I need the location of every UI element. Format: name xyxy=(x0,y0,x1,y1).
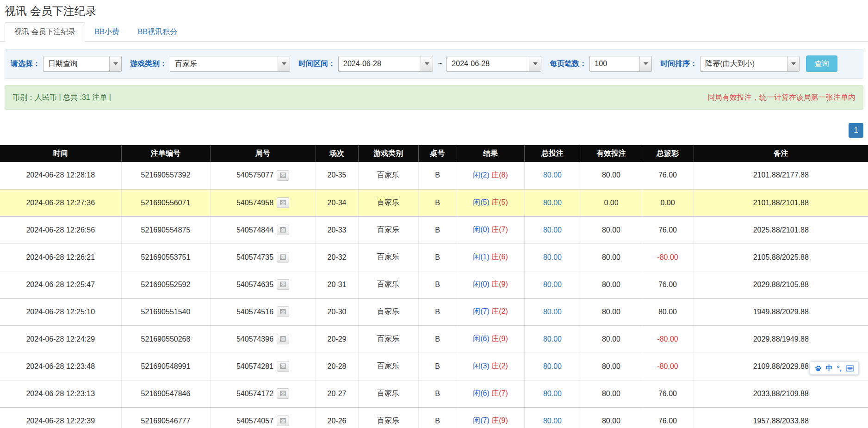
dice-icon[interactable]: ⚄ xyxy=(277,388,289,399)
cell-valid-bet: 80.00 xyxy=(581,298,642,325)
date-range-label: 时间区间： xyxy=(298,59,335,69)
table-row: 2024-06-28 12:26:21521690553751540574735… xyxy=(0,244,868,271)
cell-game-type: 百家乐 xyxy=(358,244,418,271)
col-header-valid-bet: 有效投注 xyxy=(581,145,642,162)
player-result: 闲(0) xyxy=(473,226,490,233)
table-row: 2024-06-28 12:25:47521690552592540574635… xyxy=(0,271,868,298)
page-size-select[interactable]: 100 xyxy=(589,56,652,72)
dice-icon[interactable]: ⚄ xyxy=(277,170,289,181)
payout-value: -80.00 xyxy=(657,362,678,370)
round-id: 540574635 xyxy=(236,281,273,289)
ime-punct-icon[interactable]: °, xyxy=(837,364,842,372)
chevron-down-icon[interactable] xyxy=(109,56,121,71)
total-bet-link[interactable]: 80.00 xyxy=(543,199,562,207)
tab-bb-tips[interactable]: BB小费 xyxy=(85,23,128,41)
banker-result: 庄(2) xyxy=(491,362,508,370)
tab-betting-records[interactable]: 视讯 会员下注纪录 xyxy=(5,22,85,42)
payout-value: 76.00 xyxy=(658,171,677,179)
cell-remark: 2029.88/2105.88 xyxy=(694,271,868,298)
player-result: 闲(2) xyxy=(473,171,490,179)
date-range-separator: ~ xyxy=(436,60,444,68)
cell-payout: 76.00 xyxy=(642,380,694,407)
date-to-value: 2024-06-28 xyxy=(447,56,529,71)
page-button-1[interactable]: 1 xyxy=(849,123,863,138)
cell-total-bet: 80.00 xyxy=(524,407,581,428)
ime-toolbar[interactable]: 中 °, xyxy=(810,361,859,375)
cell-valid-bet: 0.00 xyxy=(581,189,642,216)
cell-session: 20-33 xyxy=(316,216,358,244)
ime-lang-icon[interactable]: 中 xyxy=(826,364,833,373)
banker-result: 庄(7) xyxy=(491,389,508,397)
cell-round: 540574172⚄ xyxy=(210,380,316,407)
cell-payout: -80.00 xyxy=(642,353,694,380)
sort-order-select[interactable]: 降幂(由大到小) xyxy=(700,56,800,72)
ime-paw-icon[interactable] xyxy=(814,365,822,372)
cell-total-bet: 80.00 xyxy=(524,244,581,271)
dice-icon[interactable]: ⚄ xyxy=(277,225,289,235)
total-bet-link[interactable]: 80.00 xyxy=(543,390,562,397)
game-type-select[interactable]: 百家乐 xyxy=(170,56,290,72)
ime-keyboard-icon[interactable] xyxy=(846,365,854,372)
payout-value: -80.00 xyxy=(657,335,678,343)
date-to-input[interactable]: 2024-06-28 xyxy=(446,56,541,72)
dice-icon[interactable]: ⚄ xyxy=(277,306,289,317)
total-bet-link[interactable]: 80.00 xyxy=(543,335,562,343)
total-bet-link[interactable]: 80.00 xyxy=(543,171,562,179)
dice-icon[interactable]: ⚄ xyxy=(277,361,289,372)
player-result: 闲(5) xyxy=(473,198,490,206)
payout-value: 76.00 xyxy=(658,226,677,234)
chevron-down-icon[interactable] xyxy=(787,56,799,71)
cell-total-bet: 80.00 xyxy=(524,325,581,353)
cell-valid-bet: 80.00 xyxy=(581,162,642,189)
page-size-label: 每页笔数： xyxy=(550,59,587,69)
round-id: 540575077 xyxy=(236,171,273,179)
payout-value: 80.00 xyxy=(658,308,677,316)
total-bet-link[interactable]: 80.00 xyxy=(543,362,562,370)
cell-payout: 0.00 xyxy=(642,189,694,216)
chevron-down-icon[interactable] xyxy=(278,56,290,71)
table-row: 2024-06-28 12:25:10521690551540540574516… xyxy=(0,298,868,325)
total-bet-link[interactable]: 80.00 xyxy=(543,226,562,234)
player-result: 闲(7) xyxy=(473,416,490,424)
total-bet-link[interactable]: 80.00 xyxy=(543,417,562,425)
query-type-select[interactable]: 日期查询 xyxy=(43,56,122,72)
tab-bb-video-points[interactable]: BB视讯积分 xyxy=(129,23,186,41)
total-bet-link[interactable]: 80.00 xyxy=(543,253,562,261)
player-result: 闲(3) xyxy=(473,362,490,370)
cell-game-type: 百家乐 xyxy=(358,407,418,428)
betting-records-table: 时间 注单编号 局号 场次 游戏类别 桌号 结果 总投注 有效投注 总派彩 备注… xyxy=(0,145,868,428)
cell-payout: 76.00 xyxy=(642,407,694,428)
table-row: 2024-06-28 12:26:56521690554875540574844… xyxy=(0,216,868,244)
col-header-remark: 备注 xyxy=(694,145,868,162)
chevron-down-icon[interactable] xyxy=(639,56,651,71)
pagination: 1 xyxy=(5,123,863,138)
col-header-time: 时间 xyxy=(0,145,121,162)
round-id: 540574172 xyxy=(236,390,273,398)
date-from-input[interactable]: 2024-06-28 xyxy=(338,56,433,72)
dice-icon[interactable]: ⚄ xyxy=(277,334,289,344)
total-bet-link[interactable]: 80.00 xyxy=(543,308,562,316)
cell-time: 2024-06-28 12:26:56 xyxy=(0,216,121,244)
cell-game-type: 百家乐 xyxy=(358,271,418,298)
chevron-down-icon[interactable] xyxy=(421,56,433,71)
cell-table: B xyxy=(418,244,457,271)
table-row: 2024-06-28 12:23:13521690547846540574172… xyxy=(0,380,868,407)
round-id: 540574958 xyxy=(236,199,273,207)
cell-time: 2024-06-28 12:25:47 xyxy=(0,271,121,298)
dice-icon[interactable]: ⚄ xyxy=(277,252,289,263)
dice-icon[interactable]: ⚄ xyxy=(277,416,289,426)
search-button[interactable]: 查询 xyxy=(806,55,837,72)
cell-bet-id: 521690556071 xyxy=(121,189,210,216)
dice-icon[interactable]: ⚄ xyxy=(277,197,289,208)
total-bet-link[interactable]: 80.00 xyxy=(543,281,562,288)
filter-panel: 请选择： 日期查询 游戏类别： 百家乐 时间区间： 2024-06-28 ~ 2… xyxy=(5,49,863,79)
cell-table: B xyxy=(418,380,457,407)
player-result: 闲(6) xyxy=(473,335,490,342)
cell-session: 20-32 xyxy=(316,244,358,271)
cell-payout: 80.00 xyxy=(642,298,694,325)
cell-bet-id: 521690557392 xyxy=(121,162,210,189)
table-row: 2024-06-28 12:23:48521690548991540574281… xyxy=(0,353,868,380)
cell-table: B xyxy=(418,216,457,244)
chevron-down-icon[interactable] xyxy=(529,56,541,71)
dice-icon[interactable]: ⚄ xyxy=(277,279,289,290)
